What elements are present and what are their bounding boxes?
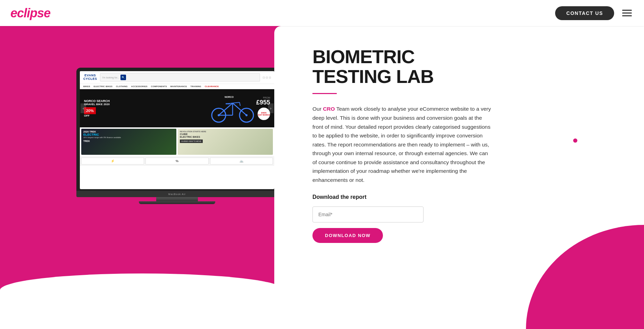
- page-title: BIOMETRIC TESTING LAB: [312, 47, 493, 86]
- svg-line-9: [240, 102, 240, 106]
- trek-banner-text: 2020 TREK ELECTRIC UK's largest range wi…: [81, 129, 176, 144]
- right-section: BIOMETRIC TESTING LAB Our CRO Team work …: [285, 26, 644, 329]
- header: eclipse CONTACT US: [0, 0, 644, 26]
- cursor-dot: [573, 138, 577, 143]
- cube-banner-text: REVOLUTION STARTS HERE CUBE ELECTRIC BIK…: [178, 129, 273, 145]
- evans-hero-banner: ‹ NORCO SEARCH GRAVEL BIKE 2020 20% OFF: [80, 89, 274, 127]
- svg-text:NORCO: NORCO: [225, 96, 234, 98]
- laptop-screen-outer: EVANS CYCLES I'm looking for... 🔍 □□□ BI…: [76, 68, 278, 191]
- hamburger-menu[interactable]: [620, 8, 634, 18]
- hamburger-line-3: [622, 15, 632, 16]
- download-button[interactable]: DOWNLOAD NOW: [312, 228, 383, 243]
- icon-tile-1: ⚡: [81, 158, 144, 164]
- icon-tile-3: 🚲: [210, 158, 273, 164]
- description-before-cro: Our: [312, 106, 323, 112]
- page-wrapper: EVANS CYCLES I'm looking for... 🔍 □□□ BI…: [0, 0, 644, 329]
- title-underline: [312, 93, 337, 94]
- evans-nav: BIKES ELECTRIC BIKES CLOTHING ACCESSORIE…: [80, 84, 274, 89]
- icon-tile-2: %: [145, 158, 208, 164]
- laptop-stand: [156, 197, 198, 201]
- sub-banners: 2020 TREK ELECTRIC UK's largest range wi…: [80, 127, 274, 156]
- left-section: EVANS CYCLES I'm looking for... 🔍 □□□ BI…: [0, 26, 285, 329]
- content-box: BIOMETRIC TESTING LAB Our CRO Team work …: [312, 47, 493, 243]
- prev-arrow[interactable]: ‹: [81, 103, 86, 113]
- evans-search: I'm looking for... 🔍: [100, 73, 260, 82]
- bike-image: NORCO: [205, 91, 260, 126]
- laptop-brand-bar: MacBook Air: [76, 191, 278, 197]
- laptop-screen-inner: EVANS CYCLES I'm looking for... 🔍 □□□ BI…: [80, 71, 274, 189]
- evans-logo: EVANS CYCLES: [83, 74, 97, 81]
- next-arrow[interactable]: ›: [268, 103, 274, 113]
- pink-wave-bottom: [0, 273, 285, 329]
- evans-header: EVANS CYCLES I'm looking for... 🔍 □□□: [80, 71, 274, 84]
- cube-banner: REVOLUTION STARTS HERE CUBE ELECTRIC BIK…: [178, 129, 273, 155]
- logo[interactable]: eclipse: [10, 6, 50, 20]
- header-icons: □□□: [263, 76, 271, 79]
- evans-hero-text: NORCO SEARCH GRAVEL BIKE 2020 20% OFF: [84, 99, 110, 117]
- laptop-base: [139, 201, 215, 204]
- description-after-cro: Team work closely to analyse your eComme…: [312, 106, 491, 183]
- laptop-mockup: EVANS CYCLES I'm looking for... 🔍 □□□ BI…: [76, 68, 278, 204]
- trek-banner: 2020 TREK ELECTRIC UK's largest range wi…: [81, 129, 176, 155]
- search-button-small: 🔍: [120, 75, 126, 80]
- svg-line-8: [233, 102, 240, 103]
- header-right: CONTACT US: [555, 6, 634, 20]
- description-text: Our CRO Team work closely to analyse you…: [312, 104, 493, 184]
- cro-link[interactable]: CRO: [323, 106, 335, 112]
- contact-button[interactable]: CONTACT US: [555, 6, 614, 20]
- evans-icons-row: ⚡ % 🚲: [80, 156, 274, 166]
- hamburger-line-2: [622, 12, 632, 14]
- download-label: Download the report: [312, 194, 493, 200]
- email-input[interactable]: [312, 206, 424, 222]
- hamburger-line-1: [622, 10, 632, 11]
